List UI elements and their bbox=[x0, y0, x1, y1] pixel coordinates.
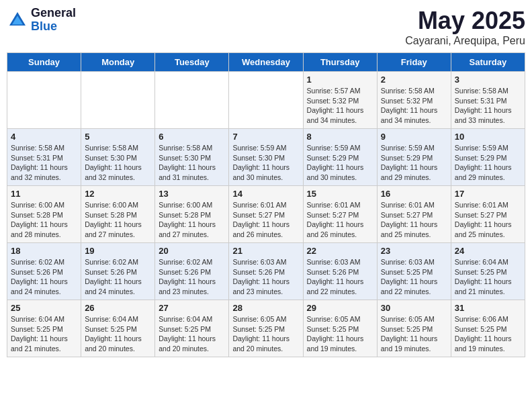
day-info: Sunrise: 5:59 AM Sunset: 5:29 PM Dayligh… bbox=[455, 143, 521, 183]
logo-blue-text: Blue bbox=[31, 20, 76, 34]
day-info: Sunrise: 5:58 AM Sunset: 5:30 PM Dayligh… bbox=[85, 143, 151, 183]
calendar-cell: 10Sunrise: 5:59 AM Sunset: 5:29 PM Dayli… bbox=[451, 129, 525, 186]
calendar-cell: 19Sunrise: 6:02 AM Sunset: 5:26 PM Dayli… bbox=[81, 243, 155, 300]
day-number: 17 bbox=[455, 189, 521, 199]
day-number: 28 bbox=[232, 303, 299, 313]
calendar-cell: 17Sunrise: 6:01 AM Sunset: 5:27 PM Dayli… bbox=[451, 186, 525, 243]
day-info: Sunrise: 5:59 AM Sunset: 5:29 PM Dayligh… bbox=[307, 143, 373, 183]
calendar-cell: 26Sunrise: 6:04 AM Sunset: 5:25 PM Dayli… bbox=[81, 300, 155, 357]
day-number: 9 bbox=[381, 132, 447, 142]
day-info: Sunrise: 6:03 AM Sunset: 5:26 PM Dayligh… bbox=[232, 257, 299, 297]
day-number: 15 bbox=[307, 189, 373, 199]
day-info: Sunrise: 6:04 AM Sunset: 5:25 PM Dayligh… bbox=[85, 314, 151, 354]
day-info: Sunrise: 6:05 AM Sunset: 5:25 PM Dayligh… bbox=[307, 314, 373, 354]
weekday-header: Tuesday bbox=[155, 53, 229, 72]
day-info: Sunrise: 6:01 AM Sunset: 5:27 PM Dayligh… bbox=[307, 200, 373, 240]
calendar-cell: 21Sunrise: 6:03 AM Sunset: 5:26 PM Dayli… bbox=[229, 243, 303, 300]
day-info: Sunrise: 6:00 AM Sunset: 5:28 PM Dayligh… bbox=[85, 200, 151, 240]
calendar-cell: 2Sunrise: 5:58 AM Sunset: 5:32 PM Daylig… bbox=[377, 72, 451, 129]
day-number: 23 bbox=[381, 246, 447, 256]
logo: General Blue bbox=[7, 7, 76, 34]
calendar-week-row: 11Sunrise: 6:00 AM Sunset: 5:28 PM Dayli… bbox=[7, 186, 525, 243]
calendar-cell: 27Sunrise: 6:04 AM Sunset: 5:25 PM Dayli… bbox=[155, 300, 229, 357]
day-info: Sunrise: 5:58 AM Sunset: 5:32 PM Dayligh… bbox=[381, 86, 447, 126]
day-info: Sunrise: 6:00 AM Sunset: 5:28 PM Dayligh… bbox=[159, 200, 225, 240]
calendar-cell: 16Sunrise: 6:01 AM Sunset: 5:27 PM Dayli… bbox=[377, 186, 451, 243]
day-number: 1 bbox=[307, 75, 373, 85]
day-number: 22 bbox=[307, 246, 373, 256]
day-number: 26 bbox=[85, 303, 151, 313]
day-info: Sunrise: 6:04 AM Sunset: 5:25 PM Dayligh… bbox=[11, 314, 77, 354]
day-number: 30 bbox=[381, 303, 447, 313]
day-info: Sunrise: 6:06 AM Sunset: 5:25 PM Dayligh… bbox=[455, 314, 521, 354]
weekday-header-row: SundayMondayTuesdayWednesdayThursdayFrid… bbox=[7, 53, 525, 72]
calendar-cell: 20Sunrise: 6:02 AM Sunset: 5:26 PM Dayli… bbox=[155, 243, 229, 300]
day-info: Sunrise: 6:03 AM Sunset: 5:25 PM Dayligh… bbox=[381, 257, 447, 297]
day-number: 10 bbox=[455, 132, 521, 142]
day-info: Sunrise: 6:04 AM Sunset: 5:25 PM Dayligh… bbox=[159, 314, 225, 354]
day-info: Sunrise: 6:05 AM Sunset: 5:25 PM Dayligh… bbox=[232, 314, 299, 354]
weekday-header: Monday bbox=[81, 53, 155, 72]
month-title: May 2025 bbox=[405, 7, 525, 35]
day-number: 27 bbox=[159, 303, 225, 313]
day-number: 4 bbox=[11, 132, 77, 142]
logo-icon bbox=[7, 9, 28, 31]
day-info: Sunrise: 5:57 AM Sunset: 5:32 PM Dayligh… bbox=[307, 86, 373, 126]
calendar-cell: 1Sunrise: 5:57 AM Sunset: 5:32 PM Daylig… bbox=[303, 72, 377, 129]
calendar-cell: 22Sunrise: 6:03 AM Sunset: 5:26 PM Dayli… bbox=[303, 243, 377, 300]
day-info: Sunrise: 6:03 AM Sunset: 5:26 PM Dayligh… bbox=[307, 257, 373, 297]
calendar-cell: 13Sunrise: 6:00 AM Sunset: 5:28 PM Dayli… bbox=[155, 186, 229, 243]
day-info: Sunrise: 6:00 AM Sunset: 5:28 PM Dayligh… bbox=[11, 200, 77, 240]
day-number: 16 bbox=[381, 189, 447, 199]
day-number: 12 bbox=[85, 189, 151, 199]
day-number: 11 bbox=[11, 189, 77, 199]
day-info: Sunrise: 6:01 AM Sunset: 5:27 PM Dayligh… bbox=[232, 200, 299, 240]
day-number: 5 bbox=[85, 132, 151, 142]
calendar-cell: 3Sunrise: 5:58 AM Sunset: 5:31 PM Daylig… bbox=[451, 72, 525, 129]
page-header: General Blue May 2025 Cayarani, Arequipa… bbox=[7, 7, 525, 47]
day-number: 24 bbox=[455, 246, 521, 256]
logo-text: General Blue bbox=[31, 7, 76, 34]
weekday-header: Wednesday bbox=[229, 53, 303, 72]
day-number: 21 bbox=[232, 246, 299, 256]
day-number: 18 bbox=[11, 246, 77, 256]
calendar-cell: 8Sunrise: 5:59 AM Sunset: 5:29 PM Daylig… bbox=[303, 129, 377, 186]
day-info: Sunrise: 5:59 AM Sunset: 5:30 PM Dayligh… bbox=[232, 143, 299, 183]
day-info: Sunrise: 6:01 AM Sunset: 5:27 PM Dayligh… bbox=[455, 200, 521, 240]
day-number: 20 bbox=[159, 246, 225, 256]
day-number: 6 bbox=[159, 132, 225, 142]
day-info: Sunrise: 5:58 AM Sunset: 5:31 PM Dayligh… bbox=[455, 86, 521, 126]
day-number: 19 bbox=[85, 246, 151, 256]
day-info: Sunrise: 6:05 AM Sunset: 5:25 PM Dayligh… bbox=[381, 314, 447, 354]
calendar-week-row: 25Sunrise: 6:04 AM Sunset: 5:25 PM Dayli… bbox=[7, 300, 525, 357]
calendar-cell: 14Sunrise: 6:01 AM Sunset: 5:27 PM Dayli… bbox=[229, 186, 303, 243]
calendar-cell bbox=[229, 72, 303, 129]
day-number: 31 bbox=[455, 303, 521, 313]
location: Cayarani, Arequipa, Peru bbox=[405, 35, 525, 47]
weekday-header: Sunday bbox=[7, 53, 81, 72]
weekday-header: Friday bbox=[377, 53, 451, 72]
calendar-cell: 31Sunrise: 6:06 AM Sunset: 5:25 PM Dayli… bbox=[451, 300, 525, 357]
calendar-cell: 30Sunrise: 6:05 AM Sunset: 5:25 PM Dayli… bbox=[377, 300, 451, 357]
calendar-cell: 12Sunrise: 6:00 AM Sunset: 5:28 PM Dayli… bbox=[81, 186, 155, 243]
calendar-cell: 23Sunrise: 6:03 AM Sunset: 5:25 PM Dayli… bbox=[377, 243, 451, 300]
day-info: Sunrise: 6:01 AM Sunset: 5:27 PM Dayligh… bbox=[381, 200, 447, 240]
calendar-cell: 6Sunrise: 5:58 AM Sunset: 5:30 PM Daylig… bbox=[155, 129, 229, 186]
calendar-cell: 11Sunrise: 6:00 AM Sunset: 5:28 PM Dayli… bbox=[7, 186, 81, 243]
calendar-cell: 15Sunrise: 6:01 AM Sunset: 5:27 PM Dayli… bbox=[303, 186, 377, 243]
calendar-cell: 9Sunrise: 5:59 AM Sunset: 5:29 PM Daylig… bbox=[377, 129, 451, 186]
calendar-table: SundayMondayTuesdayWednesdayThursdayFrid… bbox=[7, 52, 525, 357]
day-info: Sunrise: 5:58 AM Sunset: 5:31 PM Dayligh… bbox=[11, 143, 77, 183]
day-number: 3 bbox=[455, 75, 521, 85]
day-number: 25 bbox=[11, 303, 77, 313]
day-info: Sunrise: 6:02 AM Sunset: 5:26 PM Dayligh… bbox=[85, 257, 151, 297]
title-block: May 2025 Cayarani, Arequipa, Peru bbox=[405, 7, 525, 47]
calendar-cell: 29Sunrise: 6:05 AM Sunset: 5:25 PM Dayli… bbox=[303, 300, 377, 357]
day-number: 14 bbox=[232, 189, 299, 199]
calendar-cell: 18Sunrise: 6:02 AM Sunset: 5:26 PM Dayli… bbox=[7, 243, 81, 300]
calendar-week-row: 18Sunrise: 6:02 AM Sunset: 5:26 PM Dayli… bbox=[7, 243, 525, 300]
day-number: 7 bbox=[232, 132, 299, 142]
day-number: 8 bbox=[307, 132, 373, 142]
calendar-week-row: 1Sunrise: 5:57 AM Sunset: 5:32 PM Daylig… bbox=[7, 72, 525, 129]
weekday-header: Saturday bbox=[451, 53, 525, 72]
